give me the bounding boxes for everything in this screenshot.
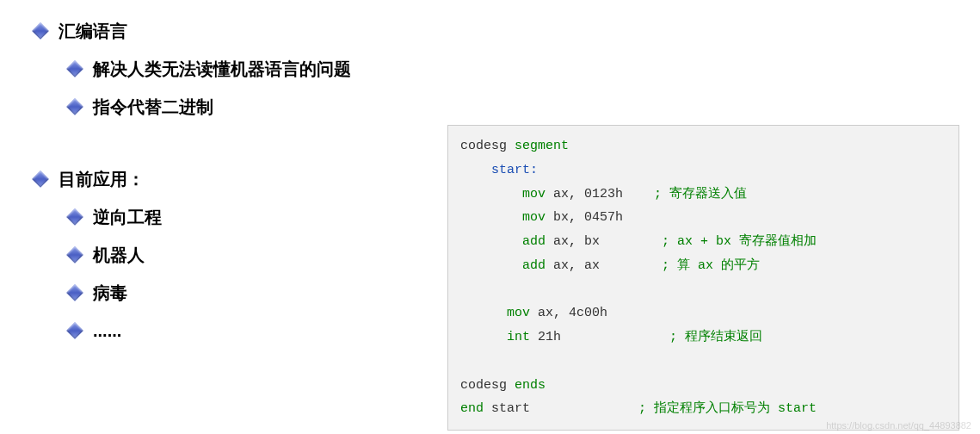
diamond-icon bbox=[32, 170, 49, 188]
outline-panel: 汇编语言 解决人类无法读懂机器语言的问题 指令代替二进制 目前应用： 逆向工程 … bbox=[0, 0, 447, 434]
outline-section-1: 目前应用： bbox=[34, 165, 447, 193]
outline-item: ...... bbox=[34, 317, 447, 344]
diamond-icon bbox=[66, 60, 83, 78]
item-text: 病毒 bbox=[93, 279, 127, 307]
item-text: 指令代替二进制 bbox=[93, 93, 213, 121]
outline-item: 逆向工程 bbox=[34, 203, 447, 231]
diamond-icon bbox=[66, 246, 83, 264]
outline-section-0: 汇编语言 bbox=[34, 17, 447, 45]
section-title: 汇编语言 bbox=[59, 17, 127, 45]
assembly-code-block: codesg segment start: mov ax, 0123h ; 寄存… bbox=[447, 125, 959, 431]
diamond-icon bbox=[66, 322, 83, 339]
diamond-icon bbox=[66, 284, 83, 301]
outline-item: 机器人 bbox=[34, 241, 447, 269]
outline-item: 指令代替二进制 bbox=[34, 93, 447, 121]
diamond-icon bbox=[32, 22, 49, 40]
item-text: 机器人 bbox=[93, 241, 145, 269]
diamond-icon bbox=[66, 208, 83, 226]
code-panel: codesg segment start: mov ax, 0123h ; 寄存… bbox=[447, 0, 980, 434]
outline-item: 病毒 bbox=[34, 279, 447, 307]
item-text: 解决人类无法读懂机器语言的问题 bbox=[93, 55, 351, 83]
item-text: ...... bbox=[93, 317, 121, 344]
outline-item: 解决人类无法读懂机器语言的问题 bbox=[34, 55, 447, 83]
diamond-icon bbox=[66, 98, 83, 115]
watermark: https://blog.csdn.net/qq_44893882 bbox=[826, 420, 971, 431]
item-text: 逆向工程 bbox=[93, 203, 162, 231]
section-title: 目前应用： bbox=[59, 165, 145, 193]
